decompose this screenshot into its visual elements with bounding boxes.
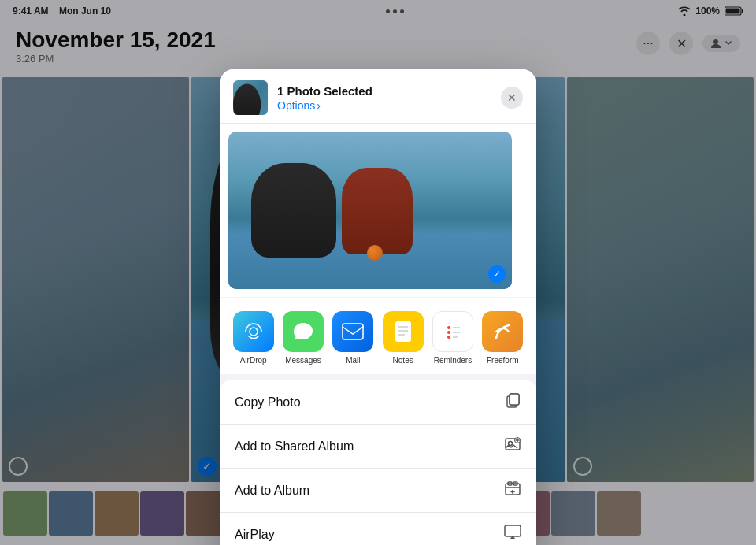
copy-photo-icon xyxy=(504,391,521,413)
app-messages[interactable]: Messages xyxy=(278,311,328,365)
airdrop-icon xyxy=(233,311,274,352)
notes-icon xyxy=(383,311,424,352)
freeform-label: Freeform xyxy=(487,356,519,365)
svg-point-3 xyxy=(250,328,258,336)
share-sheet: 1 Photo Selected Options › ✕ ✓ AirDrop xyxy=(220,69,536,545)
menu-item-airplay[interactable]: AirPlay xyxy=(220,513,536,545)
share-photo-strip: ✓ xyxy=(220,124,536,297)
share-header: 1 Photo Selected Options › ✕ xyxy=(220,69,536,124)
menu-section: Copy Photo Add to Shared Album Add to Al… xyxy=(220,380,536,545)
notes-label: Notes xyxy=(393,356,413,365)
app-notes[interactable]: Notes xyxy=(378,311,428,365)
svg-rect-4 xyxy=(343,324,363,339)
share-header-text: 1 Photo Selected Options › xyxy=(277,84,491,112)
copy-photo-label: Copy Photo xyxy=(235,395,301,410)
svg-rect-18 xyxy=(510,394,519,405)
menu-item-add-album[interactable]: Add to Album xyxy=(220,469,536,513)
share-close-button[interactable]: ✕ xyxy=(501,87,523,109)
share-count: 1 Photo Selected xyxy=(277,84,491,98)
freeform-icon xyxy=(482,311,523,352)
reminders-label: Reminders xyxy=(434,356,472,365)
mail-label: Mail xyxy=(346,356,360,365)
app-icons-row: AirDrop Messages Mail Notes Reminders xyxy=(220,298,536,374)
add-album-icon xyxy=(504,480,521,501)
menu-item-copy-photo[interactable]: Copy Photo xyxy=(220,380,536,425)
options-label: Options xyxy=(277,99,315,112)
reminders-icon xyxy=(432,311,473,352)
svg-point-12 xyxy=(447,336,450,339)
app-mail[interactable]: Mail xyxy=(328,311,378,365)
airplay-label: AirPlay xyxy=(235,528,275,542)
svg-point-11 xyxy=(447,331,450,334)
add-shared-album-label: Add to Shared Album xyxy=(235,439,354,454)
airplay-icon xyxy=(504,524,521,545)
airdrop-label: AirDrop xyxy=(240,356,267,365)
app-reminders[interactable]: Reminders xyxy=(428,311,477,365)
photo-checkmark: ✓ xyxy=(488,265,506,283)
mail-icon xyxy=(332,311,373,352)
add-album-label: Add to Album xyxy=(235,484,309,498)
svg-rect-29 xyxy=(505,525,521,536)
options-button[interactable]: Options › xyxy=(277,99,491,112)
svg-rect-5 xyxy=(395,321,411,342)
app-airdrop[interactable]: AirDrop xyxy=(228,311,278,365)
messages-label: Messages xyxy=(285,356,321,365)
add-shared-album-icon xyxy=(504,436,521,457)
menu-item-add-shared-album[interactable]: Add to Shared Album xyxy=(220,425,536,469)
messages-icon xyxy=(283,311,324,352)
options-chevron: › xyxy=(317,99,321,112)
svg-point-10 xyxy=(447,326,450,329)
share-photo-preview[interactable]: ✓ xyxy=(228,132,512,289)
app-freeform[interactable]: Freeform xyxy=(478,311,528,365)
share-thumbnail xyxy=(233,80,268,115)
